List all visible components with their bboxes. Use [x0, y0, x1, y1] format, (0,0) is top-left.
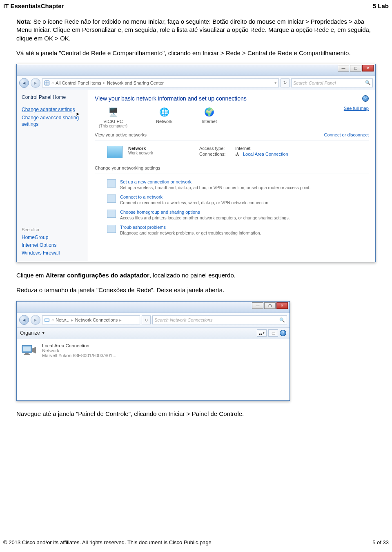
task-title: Choose homegroup and sharing options — [120, 210, 290, 215]
dropdown-icon: ▼ — [42, 331, 45, 335]
minimize-button[interactable]: — — [338, 65, 349, 72]
task-troubleshoot[interactable]: Troubleshoot problems Diagnose and repai… — [95, 223, 369, 238]
svg-rect-10 — [24, 354, 30, 355]
main-title-text: View your basic network information and … — [95, 95, 247, 102]
control-panel-icon — [44, 80, 50, 85]
forward-button[interactable]: ► — [31, 315, 40, 325]
connections-label: Connections: — [199, 152, 232, 156]
window-network-sharing-center: — ▢ ✕ ◄ ► « All Control Panel Items ▸ Ne… — [16, 64, 376, 262]
maximize-button[interactable]: ▢ — [350, 65, 361, 72]
connection-item[interactable]: Local Area Connection Network Marvell Yu… — [42, 343, 116, 358]
view-mode-button[interactable]: ☷▾ — [257, 329, 267, 337]
adapter-icon — [21, 343, 38, 358]
sidebar-windows-firewall[interactable]: Windows Firewall — [22, 250, 83, 256]
breadcrumb-seg-1[interactable]: All Control Panel Items — [56, 80, 101, 85]
setup-icon — [107, 179, 116, 188]
svg-rect-3 — [45, 83, 47, 85]
svg-rect-6 — [45, 319, 49, 321]
task-connect-network[interactable]: Connect to a network Connect or reconnec… — [95, 192, 369, 208]
maximize-button[interactable]: ▢ — [264, 302, 276, 309]
connection-status: Network — [42, 348, 116, 353]
network-diagram: 🖥️ VICKI-PC (This computer) 🌐 Network 🌍 … — [99, 106, 217, 128]
paragraph-note: Nota: Se o ícone Rede não for exibido no… — [16, 18, 376, 42]
breadcrumb-seg-2[interactable]: Network and Sharing Center — [107, 80, 164, 85]
task-desc: Set up a wireless, broadband, dial-up, a… — [120, 185, 310, 190]
sidebar-internet-options[interactable]: Internet Options — [22, 242, 83, 248]
network-icon: 🌐 — [156, 106, 172, 118]
sidebar-advanced-sharing[interactable]: Change advanced sharing settings — [22, 115, 83, 127]
paragraph-nav-cp: Navegue até a janela "Painel de Controle… — [16, 410, 376, 418]
active-network-type[interactable]: Work network — [128, 151, 194, 155]
header-left: IT EssentialsChapter — [3, 2, 64, 9]
svg-rect-2 — [47, 81, 49, 83]
task-setup-connection[interactable]: Set up a new connection or network Set u… — [95, 177, 369, 192]
note-text: : Se o ícone Rede não for exibido no men… — [16, 18, 371, 42]
svg-rect-8 — [23, 346, 31, 351]
address-bar[interactable]: « All Control Panel Items ▸ Network and … — [42, 78, 279, 87]
search-placeholder: Search Network Connections — [154, 317, 212, 322]
connect-icon — [107, 194, 116, 203]
sidebar-link-text: Change adapter settings — [22, 107, 75, 112]
close-button[interactable]: ✕ — [362, 65, 374, 72]
back-button[interactable]: ◄ — [19, 315, 29, 325]
paragraph-click-adapter: Clique em Alterar configurações do adapt… — [16, 271, 376, 279]
sidebar-change-adapter-settings[interactable]: Change adapter settings ➤ — [22, 107, 83, 112]
sidebar-home[interactable]: Control Panel Home — [22, 94, 83, 100]
search-input[interactable]: Search Control Panel 🔍 — [291, 78, 373, 87]
svg-rect-1 — [45, 81, 47, 83]
dropdown-icon[interactable]: ▾ — [274, 80, 277, 85]
minimize-button[interactable]: — — [252, 302, 263, 309]
task-title: Troubleshoot problems — [120, 225, 261, 230]
search-placeholder: Search Control Panel — [293, 80, 336, 85]
see-full-map-link[interactable]: See full map — [344, 106, 369, 111]
connect-disconnect-link[interactable]: Connect or disconnect — [324, 132, 369, 137]
computer-icon: 🖥️ — [105, 106, 121, 118]
titlebar: — ▢ ✕ — [17, 64, 375, 76]
forward-button[interactable]: ► — [31, 78, 40, 88]
titlebar: — ▢ ✕ — [17, 302, 290, 313]
search-icon: 🔍 — [279, 317, 285, 323]
chevron-icon: ▸ — [71, 317, 74, 323]
chevron-icon: ▸ — [103, 80, 105, 85]
active-network-name: Network — [128, 146, 194, 151]
p3-post: , localizado no painel esquerdo. — [149, 272, 236, 279]
connection-name: Local Area Connection — [42, 343, 116, 348]
access-type-value: Internet — [235, 146, 250, 151]
node-network: 🌐 Network — [156, 106, 172, 124]
globe-icon: 🌍 — [201, 106, 217, 118]
organize-button[interactable]: Organize ▼ — [20, 330, 45, 336]
view-active-networks-label: View your active networks — [95, 132, 147, 137]
refresh-button[interactable]: ↻ — [281, 78, 290, 87]
sidebar: Control Panel Home Change adapter settin… — [17, 90, 88, 262]
change-settings-header: Change your networking settings — [95, 165, 369, 170]
node-internet: 🌍 Internet — [201, 106, 217, 124]
connections-list: Local Area Connection Network Marvell Yu… — [17, 339, 290, 400]
back-button[interactable]: ◄ — [19, 78, 29, 88]
refresh-button[interactable]: ↻ — [142, 315, 151, 324]
node-network-label: Network — [156, 119, 172, 124]
task-homegroup[interactable]: Choose homegroup and sharing options Acc… — [95, 208, 369, 223]
help-icon[interactable]: ? — [280, 330, 286, 336]
help-icon[interactable]: ? — [362, 95, 369, 102]
preview-pane-button[interactable]: ▭ — [268, 329, 278, 337]
network-type-icon — [107, 146, 122, 158]
homegroup-icon — [107, 210, 116, 218]
paragraph-resize-window: Reduza o tamanho da janela "Conexões de … — [16, 286, 376, 294]
sidebar-see-also-label: See also — [22, 227, 83, 232]
access-type-label: Access type: — [199, 146, 232, 151]
adapter-icon: 🖧 — [235, 152, 240, 156]
task-desc: Access files and printers located on oth… — [120, 215, 290, 220]
chevron-icon: « — [51, 317, 54, 322]
sidebar-homegroup[interactable]: HomeGroup — [22, 235, 83, 240]
navigation-bar: ◄ ► « All Control Panel Items ▸ Network … — [17, 76, 375, 90]
breadcrumb-seg-2[interactable]: Network Connections — [75, 317, 118, 322]
breadcrumb-seg-1[interactable]: Netw... — [56, 317, 69, 322]
active-network-row: Network Work network Access type: Intern… — [95, 144, 369, 162]
node-pc-label: VICKI-PC — [103, 119, 123, 124]
connections-value[interactable]: Local Area Connection — [243, 152, 288, 156]
close-button[interactable]: ✕ — [276, 302, 288, 309]
header-right: 5 Lab — [373, 2, 389, 9]
navigation-bar: ◄ ► « Netw... ▸ Network Connections ▸ ↻ … — [17, 313, 290, 328]
search-input[interactable]: Search Network Connections 🔍 — [152, 315, 287, 324]
address-bar[interactable]: « Netw... ▸ Network Connections ▸ — [42, 315, 140, 324]
